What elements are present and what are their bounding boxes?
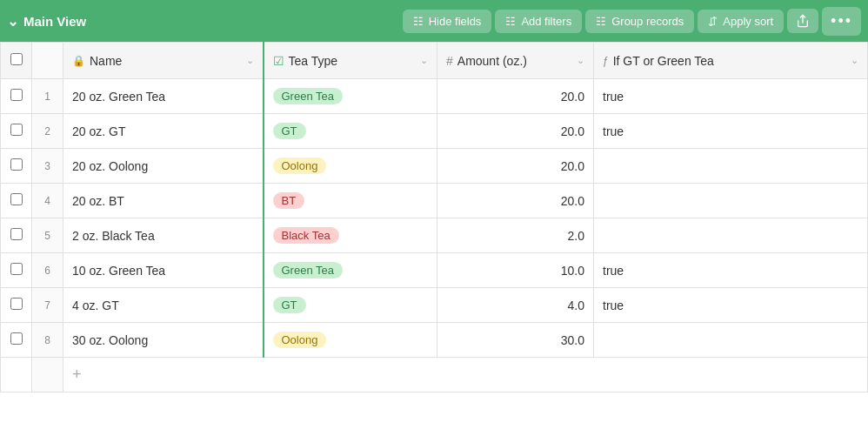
row-tea-type: Oolong [264, 323, 437, 358]
col-tea-type-sort[interactable]: ⌄ [420, 55, 428, 66]
row-formula [594, 218, 868, 253]
add-filters-label: Add filters [521, 15, 571, 28]
row-name: 20 oz. GT [63, 114, 264, 149]
row-formula [594, 184, 868, 218]
row-checkbox-cell[interactable] [1, 218, 32, 253]
more-options-button[interactable]: ••• [822, 7, 861, 36]
table-row[interactable]: 5 2 oz. Black Tea Black Tea 2.0 [1, 218, 868, 253]
row-amount: 20.0 [437, 149, 594, 184]
share-icon [796, 14, 810, 28]
row-amount: 2.0 [437, 218, 594, 253]
group-records-button[interactable]: ☷ Group records [585, 10, 694, 33]
group-records-label: Group records [611, 15, 684, 28]
tea-type-tag[interactable]: BT [273, 192, 305, 209]
row-tea-type: BT [264, 184, 437, 218]
row-checkbox[interactable] [10, 193, 23, 205]
row-formula [594, 323, 868, 358]
tea-type-tag[interactable]: Oolong [273, 158, 327, 174]
row-tea-type: GT [264, 288, 437, 323]
main-table: 🔒 Name ⌄ ☑ Tea Type ⌄ # Amount (oz. [0, 42, 868, 392]
row-tea-type: GT [264, 114, 437, 149]
row-amount: 20.0 [437, 114, 594, 149]
row-name: 10 oz. Green Tea [63, 253, 264, 288]
tea-type-tag[interactable]: GT [273, 123, 306, 139]
col-header-tea-type[interactable]: ☑ Tea Type ⌄ [264, 43, 437, 79]
hash-icon: # [446, 54, 453, 68]
row-amount: 4.0 [437, 288, 594, 323]
row-number: 3 [32, 149, 63, 184]
col-amount-sort[interactable]: ⌄ [577, 55, 584, 66]
row-checkbox[interactable] [10, 332, 23, 345]
row-tea-type: Green Tea [264, 253, 437, 288]
row-checkbox[interactable] [10, 124, 23, 136]
row-checkbox[interactable] [10, 89, 23, 101]
row-checkbox-cell[interactable] [1, 184, 32, 218]
row-number-header [32, 43, 63, 79]
row-checkbox[interactable] [10, 158, 23, 171]
toolbar-left: ⌄ Main View [7, 13, 399, 30]
col-formula-sort[interactable]: ⌄ [851, 55, 858, 66]
table-row[interactable]: 3 20 oz. Oolong Oolong 20.0 [1, 149, 868, 184]
add-row-button[interactable]: + [63, 358, 868, 392]
row-number: 8 [32, 323, 63, 358]
col-formula-label: If GT or Green Tea [613, 54, 714, 68]
apply-sort-button[interactable]: ⇵ Apply sort [698, 10, 784, 33]
table-row[interactable]: 4 20 oz. BT BT 20.0 [1, 184, 868, 218]
row-checkbox-cell[interactable] [1, 79, 32, 114]
row-name: 20 oz. Green Tea [63, 79, 264, 114]
row-amount: 20.0 [437, 184, 594, 218]
select-all-header[interactable] [1, 43, 32, 79]
col-header-amount[interactable]: # Amount (oz.) ⌄ [437, 43, 594, 79]
table-container: 🔒 Name ⌄ ☑ Tea Type ⌄ # Amount (oz. [0, 42, 868, 392]
row-checkbox-cell[interactable] [1, 288, 32, 323]
select-all-checkbox[interactable] [10, 53, 23, 65]
row-checkbox[interactable] [10, 228, 23, 240]
add-row-num [32, 358, 63, 392]
row-formula: true [594, 114, 868, 149]
col-name-label: Name [90, 54, 122, 68]
row-tea-type: Black Tea [264, 218, 437, 253]
row-tea-type: Oolong [264, 149, 437, 184]
row-number: 5 [32, 218, 63, 253]
row-formula [594, 149, 868, 184]
group-icon: ☷ [596, 15, 606, 28]
table-body: 1 20 oz. Green Tea Green Tea 20.0 true 2… [1, 79, 868, 392]
sort-icon: ⇵ [708, 15, 718, 28]
row-number: 6 [32, 253, 63, 288]
table-row[interactable]: 2 20 oz. GT GT 20.0 true [1, 114, 868, 149]
tea-type-tag[interactable]: Green Tea [273, 262, 343, 278]
filter-icon: ☷ [505, 15, 516, 28]
hide-fields-button[interactable]: ☷ Hide fields [403, 10, 492, 33]
row-checkbox-cell[interactable] [1, 323, 32, 358]
row-checkbox[interactable] [10, 263, 23, 275]
toolbar: ⌄ Main View ☷ Hide fields ☷ Add filters … [0, 0, 868, 42]
col-header-formula[interactable]: ƒ If GT or Green Tea ⌄ [594, 43, 868, 79]
row-name: 30 oz. Oolong [63, 323, 264, 358]
row-checkbox-cell[interactable] [1, 114, 32, 149]
add-filters-button[interactable]: ☷ Add filters [495, 10, 582, 33]
col-header-name[interactable]: 🔒 Name ⌄ [63, 43, 264, 79]
tea-type-tag[interactable]: Green Tea [273, 88, 343, 104]
row-tea-type: Green Tea [264, 79, 437, 114]
col-amount-label: Amount (oz.) [457, 54, 527, 68]
col-name-sort[interactable]: ⌄ [246, 55, 254, 66]
table-row[interactable]: 6 10 oz. Green Tea Green Tea 10.0 true [1, 253, 868, 288]
tea-type-tag[interactable]: GT [273, 297, 306, 313]
row-formula: true [594, 253, 868, 288]
row-checkbox[interactable] [10, 298, 23, 310]
tea-type-tag[interactable]: Oolong [273, 332, 327, 348]
checkbox-icon: ☑ [273, 54, 284, 68]
table-row[interactable]: 1 20 oz. Green Tea Green Tea 20.0 true [1, 79, 868, 114]
col-tea-type-label: Tea Type [289, 54, 338, 68]
row-amount: 20.0 [437, 79, 594, 114]
add-row[interactable]: + [1, 358, 868, 392]
row-name: 2 oz. Black Tea [63, 218, 264, 253]
share-button[interactable] [787, 9, 818, 33]
row-checkbox-cell[interactable] [1, 253, 32, 288]
row-formula: true [594, 79, 868, 114]
tea-type-tag[interactable]: Black Tea [273, 227, 339, 244]
row-checkbox-cell[interactable] [1, 149, 32, 184]
table-row[interactable]: 8 30 oz. Oolong Oolong 30.0 [1, 323, 868, 358]
row-number: 4 [32, 184, 63, 218]
table-row[interactable]: 7 4 oz. GT GT 4.0 true [1, 288, 868, 323]
